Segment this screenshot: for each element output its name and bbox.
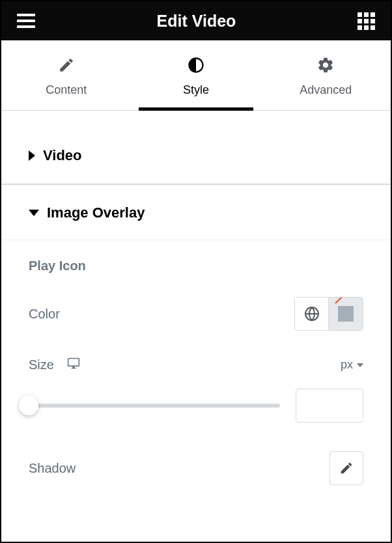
play-icon-heading: Play Icon [29,258,363,273]
tab-bar: Content Style Advanced [1,40,391,111]
pencil-icon [339,461,354,475]
color-swatch-button[interactable] [329,298,363,330]
global-color-button[interactable] [295,298,329,330]
unit-label: px [341,358,353,372]
section-image-overlay-header[interactable]: Image Overlay [1,185,391,240]
slider-thumb[interactable] [19,396,38,415]
chevron-down-icon [29,210,39,216]
shadow-edit-button[interactable] [329,451,363,485]
tab-style[interactable]: Style [131,40,260,110]
section-image-overlay-title: Image Overlay [47,204,145,221]
chevron-right-icon [29,150,35,161]
pencil-icon [58,56,75,74]
shadow-control-row: Shadow [29,451,363,485]
tab-content-label: Content [46,83,87,97]
globe-icon [304,306,320,322]
size-slider[interactable] [29,404,280,408]
contrast-icon [187,56,205,74]
apps-grid-icon[interactable] [357,12,375,30]
chevron-down-icon [357,363,363,367]
no-color-slash-icon [335,297,356,304]
tab-advanced-label: Advanced [300,83,352,97]
tab-content[interactable]: Content [1,40,131,110]
color-control-row: Color [29,297,363,331]
panel-header: Edit Video [1,1,391,40]
tab-advanced[interactable]: Advanced [261,40,391,110]
shadow-label: Shadow [29,461,76,476]
color-controls [294,297,363,331]
size-slider-row [29,389,363,423]
menu-icon[interactable] [17,14,35,28]
size-input[interactable] [296,389,363,423]
section-video-header[interactable]: Video [1,111,391,185]
unit-selector[interactable]: px [341,358,363,372]
tab-style-label: Style [183,83,209,97]
desktop-icon[interactable] [66,357,81,373]
gear-icon [316,56,335,74]
color-label: Color [29,307,60,322]
color-swatch [338,306,354,322]
size-control-row: Size px [29,357,363,373]
section-image-overlay-body: Play Icon Color Size [1,240,391,485]
panel-title: Edit Video [157,12,236,31]
section-video-title: Video [43,147,82,164]
size-label: Size [29,357,81,373]
